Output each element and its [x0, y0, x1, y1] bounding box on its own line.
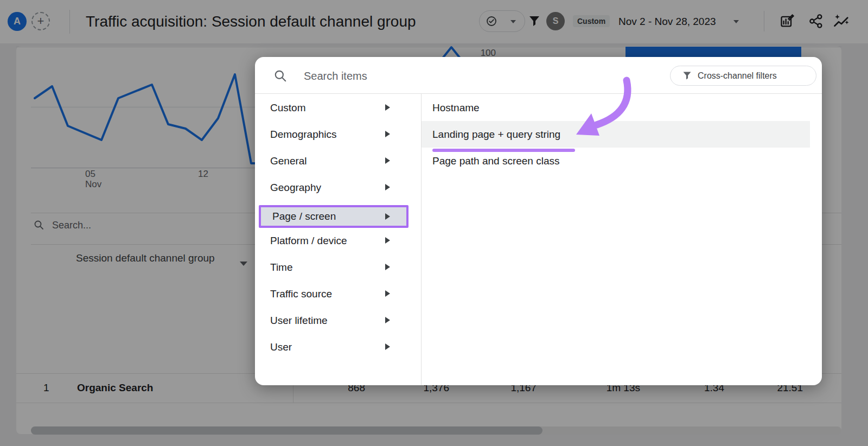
category-item-user[interactable]: User — [255, 334, 421, 360]
category-label: Custom — [270, 94, 305, 121]
cross-channel-filters-button[interactable]: Cross-channel filters — [670, 66, 816, 86]
chevron-right-icon — [385, 290, 390, 297]
chevron-right-icon — [385, 104, 390, 111]
category-item-custom[interactable]: Custom — [255, 94, 421, 121]
chevron-right-icon — [385, 213, 390, 220]
chevron-right-icon — [385, 317, 390, 323]
ga4-screen: A + Traffic acquisition: Session default… — [0, 0, 868, 446]
category-item-page-screen[interactable]: Page / screen — [259, 205, 409, 228]
category-label: Time — [270, 254, 293, 281]
search-items-input[interactable] — [303, 67, 641, 85]
filters-button-label: Cross-channel filters — [698, 66, 777, 85]
chevron-right-icon — [385, 343, 390, 350]
dimension-item-landing-page-query-string[interactable]: Landing page + query string — [422, 121, 810, 148]
category-item-geography[interactable]: Geography — [255, 174, 421, 201]
chevron-right-icon — [385, 184, 390, 190]
category-item-platform-device[interactable]: Platform / device — [255, 227, 421, 254]
dimension-label: Landing page + query string — [432, 121, 560, 148]
category-label: Demographics — [270, 121, 337, 148]
category-item-demographics[interactable]: Demographics — [255, 121, 421, 148]
category-item-user-lifetime[interactable]: User lifetime — [255, 307, 421, 334]
chevron-right-icon — [385, 237, 390, 244]
category-label: General — [270, 148, 307, 174]
chevron-right-icon — [385, 157, 390, 164]
category-label: User lifetime — [270, 307, 328, 334]
category-label: User — [270, 334, 292, 360]
chevron-right-icon — [385, 264, 390, 270]
category-item-time[interactable]: Time — [255, 254, 421, 281]
category-label: Page / screen — [272, 207, 336, 226]
category-label: Traffic source — [270, 281, 332, 307]
category-label: Platform / device — [270, 227, 347, 254]
annotation-underline — [432, 149, 575, 152]
category-label: Geography — [270, 174, 321, 201]
divider — [255, 93, 822, 94]
dimension-label: Hostname — [432, 94, 480, 121]
category-item-traffic-source[interactable]: Traffic source — [255, 281, 421, 307]
dimension-item-hostname[interactable]: Hostname — [422, 94, 810, 121]
chevron-right-icon — [385, 131, 390, 137]
dimension-picker-dialog: Cross-channel filters Custom Demographic… — [255, 57, 822, 385]
category-item-general[interactable]: General — [255, 148, 421, 174]
search-items-icon — [273, 69, 288, 85]
filters-funnel-icon — [682, 71, 692, 82]
